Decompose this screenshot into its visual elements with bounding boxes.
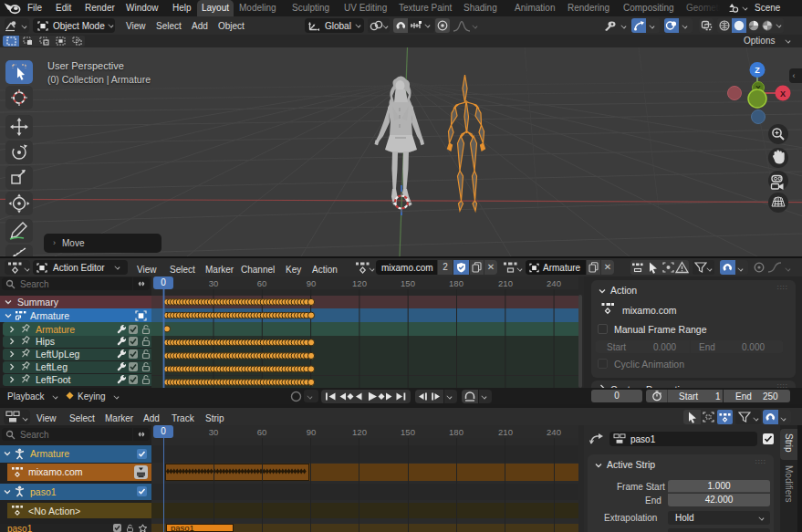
svg-text:X: X bbox=[780, 89, 786, 99]
svg-text:Z: Z bbox=[755, 66, 760, 75]
svg-text:‹: ‹ bbox=[793, 71, 796, 80]
